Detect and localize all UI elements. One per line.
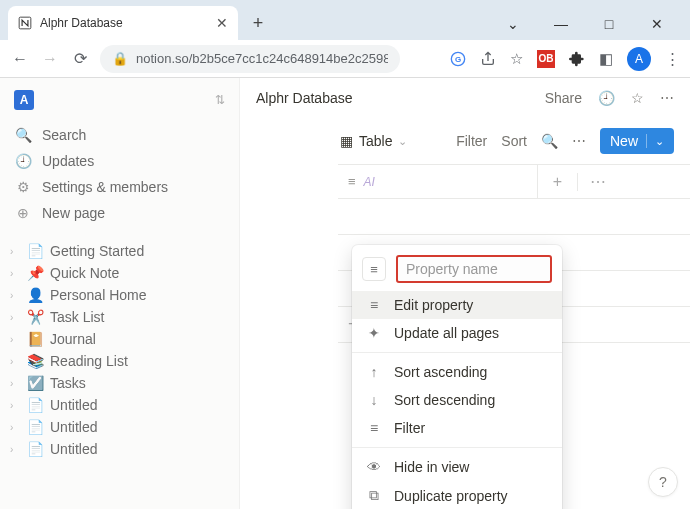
chevron-down-icon: ⌄ xyxy=(398,135,407,148)
page-icon: 📄 xyxy=(26,243,44,259)
property-type-icon[interactable]: ≡ xyxy=(362,257,386,281)
sidebar-page-item[interactable]: › 📌 Quick Note xyxy=(0,262,239,284)
more-icon[interactable]: ⋯ xyxy=(660,90,674,106)
column-more-icon[interactable]: ⋯ xyxy=(578,172,618,191)
lock-icon: 🔒 xyxy=(112,51,128,66)
google-icon[interactable]: G xyxy=(450,51,466,67)
chevron-down-icon[interactable]: ⌄ xyxy=(498,16,528,32)
minimize-icon[interactable]: — xyxy=(546,16,576,32)
page-icon: 📄 xyxy=(26,419,44,435)
sidebar-page-item[interactable]: › 📔 Journal xyxy=(0,328,239,350)
history-icon[interactable]: 🕘 xyxy=(598,90,615,106)
table-column-header-row: ≡ AI + ⋯ xyxy=(338,165,690,199)
close-window-icon[interactable]: ✕ xyxy=(642,16,672,32)
page-icon: 📔 xyxy=(26,331,44,347)
menu-item-icon: ≡ xyxy=(366,420,382,436)
chevron-right-icon[interactable]: › xyxy=(10,268,20,279)
menu-item-label: Filter xyxy=(394,420,425,436)
page-label: Reading List xyxy=(50,353,128,369)
close-tab-icon[interactable]: ✕ xyxy=(216,15,228,31)
workspace-switcher[interactable]: A ⇅ xyxy=(0,86,239,122)
page-label: Task List xyxy=(50,309,104,325)
chevron-right-icon[interactable]: › xyxy=(10,422,20,433)
sidebar-item-label: New page xyxy=(42,205,105,221)
page-label: Quick Note xyxy=(50,265,119,281)
menu-item-icon: ↓ xyxy=(366,392,382,408)
chevron-right-icon[interactable]: › xyxy=(10,334,20,345)
table-icon: ▦ xyxy=(340,133,353,149)
more-icon[interactable]: ⋯ xyxy=(572,133,586,149)
search-icon[interactable]: 🔍 xyxy=(541,133,558,149)
sort-button[interactable]: Sort xyxy=(501,133,527,149)
page-icon: 📄 xyxy=(26,397,44,413)
chevron-right-icon[interactable]: › xyxy=(10,400,20,411)
property-name-input[interactable]: Property name xyxy=(396,255,552,283)
page-icon: 👤 xyxy=(26,287,44,303)
menu-item[interactable]: ≡ Filter xyxy=(352,414,562,442)
page-title[interactable]: Alphr Database xyxy=(256,90,353,106)
new-tab-button[interactable]: + xyxy=(244,9,272,37)
sidebar-page-item[interactable]: › ✂️ Task List xyxy=(0,306,239,328)
profile-avatar[interactable]: A xyxy=(627,47,651,71)
menu-item-icon: ↑ xyxy=(366,364,382,380)
sidebar-page-item[interactable]: › 📄 Untitled xyxy=(0,394,239,416)
sidebar-newpage[interactable]: ⊕ New page xyxy=(0,200,239,226)
menu-item[interactable]: 👁 Hide in view xyxy=(352,453,562,481)
chevron-right-icon[interactable]: › xyxy=(10,444,20,455)
extensions-icon[interactable] xyxy=(569,51,585,67)
menu-icon[interactable]: ⋮ xyxy=(665,50,680,68)
column-header[interactable]: ≡ AI xyxy=(338,165,538,198)
chevron-right-icon[interactable]: › xyxy=(10,246,20,257)
favorite-icon[interactable]: ☆ xyxy=(631,90,644,106)
share-button[interactable]: Share xyxy=(545,90,582,106)
help-button[interactable]: ? xyxy=(648,467,678,497)
page-label: Tasks xyxy=(50,375,86,391)
new-button[interactable]: New ⌄ xyxy=(600,128,674,154)
tab-title: Alphr Database xyxy=(40,16,208,30)
ai-fill-label: AI xyxy=(364,175,375,189)
sidebar-page-item[interactable]: › 📄 Untitled xyxy=(0,438,239,460)
chevron-right-icon[interactable]: › xyxy=(10,290,20,301)
chevron-down-icon: ⌄ xyxy=(655,135,664,148)
search-icon: 🔍 xyxy=(14,127,32,143)
chevron-right-icon[interactable]: › xyxy=(10,312,20,323)
add-column-button[interactable]: + xyxy=(538,173,578,191)
forward-icon[interactable]: → xyxy=(40,50,60,68)
menu-item[interactable]: ⧉ Duplicate property xyxy=(352,481,562,509)
menu-item[interactable]: ≡ Edit property xyxy=(352,291,562,319)
share-icon[interactable] xyxy=(480,51,496,67)
table-row[interactable] xyxy=(338,199,690,235)
page-label: Getting Started xyxy=(50,243,144,259)
filter-button[interactable]: Filter xyxy=(456,133,487,149)
menu-item-label: Edit property xyxy=(394,297,473,313)
extension-icon[interactable]: OB xyxy=(537,50,555,68)
sidebar-page-item[interactable]: › 📄 Getting Started xyxy=(0,240,239,262)
sidebar-page-item[interactable]: › 📄 Untitled xyxy=(0,416,239,438)
sidebar-page-item[interactable]: › 📚 Reading List xyxy=(0,350,239,372)
address-bar: ← → ⟳ 🔒 notion.so/b2b5ce7cc1c24c648914be… xyxy=(0,40,690,78)
url-field[interactable]: 🔒 notion.so/b2b5ce7cc1c24c648914be2c2598… xyxy=(100,45,400,73)
property-menu-popover: ≡ Property name ≡ Edit property✦ Update … xyxy=(352,245,562,509)
sidebar-settings[interactable]: ⚙ Settings & members xyxy=(0,174,239,200)
sidebar-page-item[interactable]: › ☑️ Tasks xyxy=(0,372,239,394)
maximize-icon[interactable]: □ xyxy=(594,16,624,32)
chevron-right-icon[interactable]: › xyxy=(10,378,20,389)
menu-item[interactable]: ✦ Update all pages xyxy=(352,319,562,347)
menu-item[interactable]: ↓ Sort descending xyxy=(352,386,562,414)
window-controls: ⌄ — □ ✕ xyxy=(488,16,682,40)
chevron-right-icon[interactable]: › xyxy=(10,356,20,367)
back-icon[interactable]: ← xyxy=(10,50,30,68)
view-tab-table[interactable]: ▦ Table ⌄ xyxy=(340,133,407,149)
plus-circle-icon: ⊕ xyxy=(14,205,32,221)
browser-tab[interactable]: Alphr Database ✕ xyxy=(8,6,238,40)
sidepanel-icon[interactable]: ◧ xyxy=(599,50,613,68)
reload-icon[interactable]: ⟳ xyxy=(70,49,90,68)
star-icon[interactable]: ☆ xyxy=(510,50,523,68)
page-label: Untitled xyxy=(50,419,97,435)
sidebar-updates[interactable]: 🕘 Updates xyxy=(0,148,239,174)
page-icon: 📄 xyxy=(26,441,44,457)
menu-item[interactable]: ↑ Sort ascending xyxy=(352,358,562,386)
text-property-icon: ≡ xyxy=(348,174,356,189)
sidebar-page-item[interactable]: › 👤 Personal Home xyxy=(0,284,239,306)
sidebar-search[interactable]: 🔍 Search xyxy=(0,122,239,148)
